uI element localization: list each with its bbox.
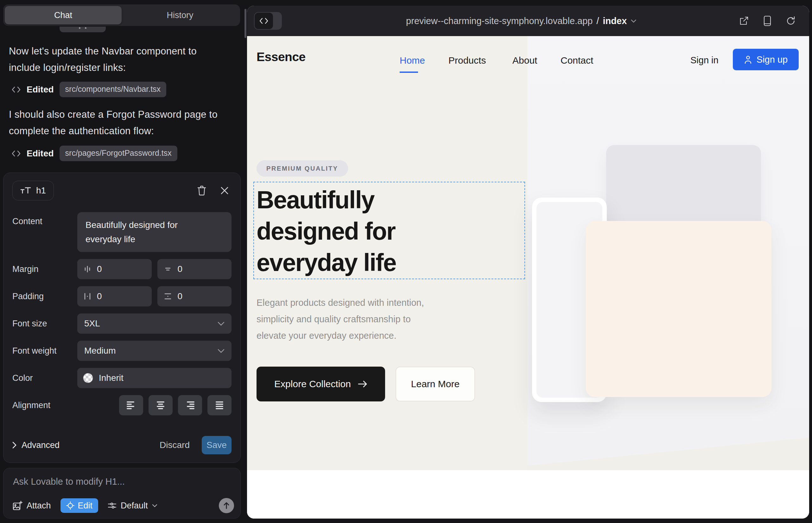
element-editor-panel: h1 Content Beautifully designed for ever… <box>3 173 241 463</box>
margin-y-input[interactable]: 0 <box>157 259 232 279</box>
chevron-down-icon <box>631 19 636 23</box>
mode-label: Default <box>121 501 148 511</box>
font-weight-value: Medium <box>84 346 116 356</box>
element-tag-chip[interactable]: h1 <box>12 181 54 200</box>
padding-x-icon <box>84 292 91 301</box>
learn-more-button[interactable]: Learn More <box>395 366 475 401</box>
margin-row: Margin 0 0 <box>12 259 231 279</box>
hero-description: Elegant products designed with intention… <box>257 294 424 344</box>
hero-heading-line: designed for <box>257 216 396 247</box>
chat-message: Now let's update the Navbar component to… <box>9 43 234 76</box>
composer-input[interactable]: Ask Lovable to modify H1... <box>13 476 125 487</box>
composer-toolbar: Attach Edit Default <box>12 498 234 513</box>
chevron-down-icon <box>217 322 225 326</box>
hero-cta-row: Explore Collection Learn More <box>257 366 475 401</box>
hero-description-line: elevate your everyday experience. <box>257 327 424 344</box>
color-swatch <box>83 373 93 383</box>
element-tag-label: h1 <box>36 185 46 196</box>
font-weight-select[interactable]: Medium <box>77 341 231 361</box>
attach-image-icon <box>12 501 22 511</box>
site-logo[interactable]: Essence <box>257 50 306 64</box>
sliders-icon <box>108 502 117 510</box>
screen: Chat History Now let's update the Navbar… <box>0 0 812 523</box>
font-size-select[interactable]: 5XL <box>77 313 231 334</box>
code-icon <box>12 149 21 158</box>
nav-link-about[interactable]: About <box>512 55 537 66</box>
padding-y-input[interactable]: 0 <box>157 286 232 306</box>
arrow-right-icon <box>358 380 367 388</box>
align-center-button[interactable] <box>148 395 173 415</box>
refresh-icon[interactable] <box>784 15 797 27</box>
code-view-toggle[interactable] <box>254 12 282 30</box>
align-left-button[interactable] <box>119 395 143 415</box>
hero-heading[interactable]: Beautifully designed for everyday life <box>257 184 396 278</box>
hero-description-line: simplicity and quality craftsmanship to <box>257 311 424 327</box>
url-domain: preview--charming-site-symphony.lovable.… <box>406 16 593 26</box>
browser-chrome: preview--charming-site-symphony.lovable.… <box>247 6 809 36</box>
discard-button[interactable]: Discard <box>160 440 190 450</box>
sign-up-button[interactable]: Sign up <box>733 49 799 70</box>
align-justify-button[interactable] <box>208 395 231 415</box>
edit-mode-button[interactable]: Edit <box>60 498 99 513</box>
nav-link-contact[interactable]: Contact <box>561 55 593 66</box>
font-size-value: 5XL <box>84 319 100 329</box>
padding-x-value: 0 <box>97 291 102 301</box>
save-button[interactable]: Save <box>202 436 231 454</box>
font-size-row: Font size 5XL <box>12 313 231 334</box>
attach-button[interactable]: Attach <box>12 501 51 511</box>
tab-chat[interactable]: Chat <box>5 6 122 24</box>
chat-message: I should also create a Forgot Password p… <box>9 106 234 139</box>
mobile-view-icon[interactable] <box>761 15 774 27</box>
color-picker[interactable]: Inherit <box>77 368 231 388</box>
tab-bar: Chat History <box>3 4 240 26</box>
font-weight-row: Font weight Medium <box>12 341 231 361</box>
send-button[interactable] <box>219 498 234 513</box>
browser-actions <box>738 6 797 36</box>
content-input-line: Beautifully designed for <box>86 218 223 232</box>
advanced-label: Advanced <box>21 440 59 450</box>
mode-select[interactable]: Default <box>108 501 157 511</box>
code-icon <box>12 86 21 94</box>
editor-footer: Advanced Discard Save <box>12 436 231 454</box>
chat-panel: Chat History Now let's update the Navbar… <box>0 0 247 523</box>
advanced-toggle[interactable]: Advanced <box>12 440 59 450</box>
tab-history[interactable]: History <box>122 6 239 24</box>
nav-link-products[interactable]: Products <box>448 55 486 66</box>
close-editor-button[interactable] <box>217 184 231 198</box>
margin-x-input[interactable]: 0 <box>77 259 152 279</box>
delete-element-button[interactable] <box>195 184 209 198</box>
attach-label: Attach <box>27 501 51 511</box>
type-icon <box>20 186 31 195</box>
margin-y-value: 0 <box>178 264 183 274</box>
decorative-shape-peach <box>586 221 772 397</box>
margin-label: Margin <box>12 264 77 274</box>
color-value: Inherit <box>99 373 124 383</box>
sign-in-link[interactable]: Sign in <box>690 55 719 66</box>
content-input-line: everyday life <box>86 232 223 246</box>
color-row: Color Inherit <box>12 368 231 388</box>
content-input[interactable]: Beautifully designed for everyday life <box>77 212 231 252</box>
code-icon <box>254 13 273 29</box>
margin-x-value: 0 <box>97 264 102 274</box>
url-separator: / <box>596 16 599 26</box>
padding-x-input[interactable]: 0 <box>77 286 152 306</box>
open-external-icon[interactable] <box>738 15 750 27</box>
edited-file-badge[interactable]: src/components/Navbar.tsx <box>59 82 166 97</box>
chat-message-line: include login/register links: <box>9 59 234 76</box>
sign-up-label: Sign up <box>757 54 788 65</box>
edited-label: Edited <box>27 148 54 159</box>
chevron-right-icon <box>12 441 16 449</box>
explore-collection-button[interactable]: Explore Collection <box>257 366 385 401</box>
edited-file-badge[interactable]: src/pages/ForgotPassword.tsx <box>59 146 177 161</box>
alignment-label: Alignment <box>12 400 77 410</box>
padding-y-value: 0 <box>178 291 183 301</box>
chat-message-line: complete the authentication flow: <box>9 123 234 139</box>
align-right-button[interactable] <box>178 395 202 415</box>
clipped-badge <box>59 26 106 32</box>
nav-link-home[interactable]: Home <box>400 55 425 66</box>
hero-description-line: Elegant products designed with intention… <box>257 294 424 311</box>
url-bar[interactable]: preview--charming-site-symphony.lovable.… <box>406 6 636 36</box>
chat-message-line: Now let's update the Navbar component to <box>9 43 234 59</box>
chat-scrollbar[interactable] <box>245 9 246 38</box>
edited-file-row: Edited src/components/Navbar.tsx <box>12 82 166 97</box>
